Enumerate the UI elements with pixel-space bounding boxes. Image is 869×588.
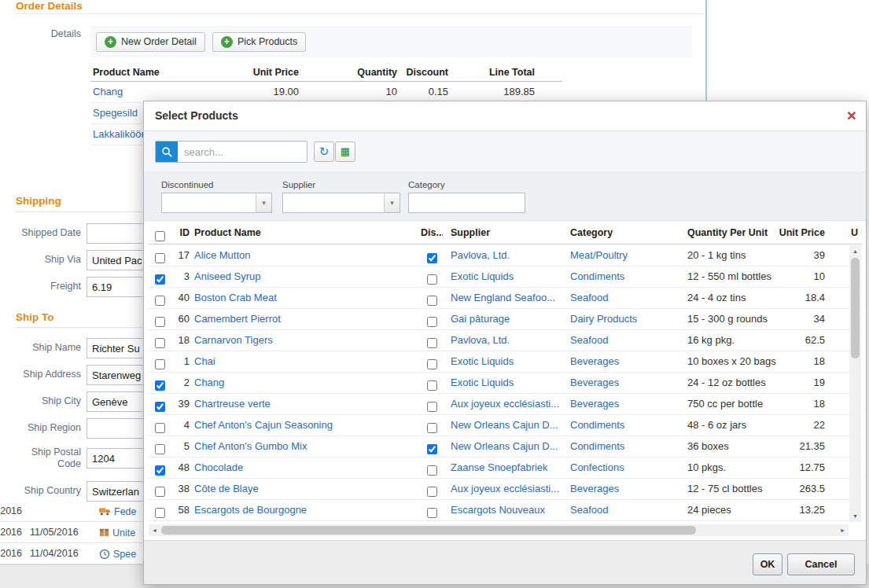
supplier-link[interactable]: Gai pâturage xyxy=(451,313,510,325)
product-name-link[interactable]: Chef Anton's Cajun Seasoning xyxy=(194,419,333,431)
row-select-checkbox[interactable] xyxy=(155,465,165,476)
row-select-checkbox[interactable] xyxy=(155,296,165,306)
discontinued-filter-dropdown[interactable]: ▾ xyxy=(161,193,272,213)
product-row[interactable]: 40 Boston Crab Meat New England Seafoo..… xyxy=(149,288,863,309)
product-name-link[interactable]: Chang xyxy=(194,377,224,388)
orders-grid-row[interactable]: 2016 11/05/2016 Unite xyxy=(0,522,143,543)
supplier-link[interactable]: Aux joyeux ecclésiasti... xyxy=(451,483,559,494)
search-input[interactable] xyxy=(178,141,307,162)
row-select-checkbox[interactable] xyxy=(155,423,165,433)
product-name-link[interactable]: Alice Mutton xyxy=(194,249,251,261)
row-select-checkbox[interactable] xyxy=(155,359,165,369)
column-picker-button[interactable]: ▦ xyxy=(335,141,355,162)
supplier-link[interactable]: Exotic Liquids xyxy=(451,377,514,388)
chevron-down-icon[interactable]: ▾ xyxy=(384,193,400,212)
col-product-name[interactable]: Product Name xyxy=(194,221,421,241)
category-link[interactable]: Seafood xyxy=(570,334,608,346)
category-link[interactable]: Beverages xyxy=(570,377,619,388)
order-detail-row[interactable]: Chang 19.00 10 0.15 189.85 xyxy=(90,82,562,103)
col-supplier[interactable]: Supplier xyxy=(451,221,567,241)
product-row[interactable]: 1 Chai Exotic Liquids Beverages 10 boxes… xyxy=(149,351,863,373)
col-unit-price[interactable]: Unit Price xyxy=(244,64,299,81)
supplier-link[interactable]: Pavlova, Ltd. xyxy=(451,249,510,261)
supplier-link[interactable]: New Orleans Cajun D... xyxy=(451,440,558,452)
row-select-checkbox[interactable] xyxy=(155,274,165,285)
supplier-link[interactable]: Escargots Nouveaux xyxy=(451,504,545,516)
supplier-link[interactable]: New Orleans Cajun D... xyxy=(451,419,558,431)
horizontal-scrollbar-thumb[interactable] xyxy=(161,526,696,535)
dialog-titlebar[interactable]: Select Products × xyxy=(144,101,866,131)
close-icon[interactable]: × xyxy=(847,105,856,127)
product-row[interactable]: 18 Carnarvon Tigers Pavlova, Ltd. Seafoo… xyxy=(149,330,863,351)
category-link[interactable]: Seafood xyxy=(570,292,608,303)
orders-grid-row[interactable]: 2016 11/04/2016 Spee xyxy=(0,543,143,564)
col-unit-price[interactable]: Unit Price xyxy=(762,221,825,241)
row-select-checkbox[interactable] xyxy=(155,402,165,412)
product-name-link[interactable]: Chef Anton's Gumbo Mix xyxy=(194,440,307,452)
detail-product-link[interactable]: Spegesild xyxy=(93,107,138,119)
supplier-link[interactable]: Zaanse Snoepfabriek xyxy=(451,461,548,473)
chevron-down-icon[interactable]: ▾ xyxy=(256,193,271,212)
category-link[interactable]: Beverages xyxy=(570,355,619,367)
product-name-link[interactable]: Chartreuse verte xyxy=(194,398,271,410)
col-product-name[interactable]: Product Name xyxy=(93,64,242,81)
supplier-link[interactable]: New England Seafoo... xyxy=(451,292,555,303)
orders-grid-row[interactable]: 2016 Fede xyxy=(0,501,143,522)
supplier-filter-dropdown[interactable]: ▾ xyxy=(282,193,400,213)
col-units[interactable]: U xyxy=(851,221,862,241)
product-row[interactable]: 48 Chocolade Zaanse Snoepfabriek Confect… xyxy=(149,458,863,479)
category-link[interactable]: Condiments xyxy=(570,440,624,452)
product-row[interactable]: 60 Camembert Pierrot Gai pâturage Dairy … xyxy=(149,309,863,330)
supplier-link[interactable]: Exotic Liquids xyxy=(451,355,514,367)
product-name-link[interactable]: Côte de Blaye xyxy=(194,483,259,494)
col-id[interactable]: ID xyxy=(171,221,190,241)
category-link[interactable]: Condiments xyxy=(570,270,624,282)
product-row[interactable]: 38 Côte de Blaye Aux joyeux ecclésiasti.… xyxy=(149,479,863,500)
vertical-scrollbar-thumb[interactable] xyxy=(851,258,860,358)
shipper-link[interactable]: Fede xyxy=(114,506,137,517)
product-row[interactable]: 5 Chef Anton's Gumbo Mix New Orleans Caj… xyxy=(149,436,863,458)
category-link[interactable]: Condiments xyxy=(570,419,624,431)
category-link[interactable]: Beverages xyxy=(570,483,619,494)
category-link[interactable]: Beverages xyxy=(570,398,619,410)
refresh-button[interactable]: ↻ xyxy=(314,141,334,162)
cancel-button[interactable]: Cancel xyxy=(787,553,855,575)
pick-products-button[interactable]: + Pick Products xyxy=(212,32,306,52)
scroll-right-icon[interactable]: ► xyxy=(837,524,849,536)
category-link[interactable]: Meat/Poultry xyxy=(570,249,628,261)
product-name-link[interactable]: Chocolade xyxy=(194,461,243,473)
product-row[interactable]: 3 Aniseed Syrup Exotic Liquids Condiment… xyxy=(149,266,863,288)
detail-product-link[interactable]: Lakkalikööri xyxy=(93,128,147,140)
product-row[interactable]: 39 Chartreuse verte Aux joyeux ecclésias… xyxy=(149,394,863,415)
product-name-link[interactable]: Escargots de Bourgogne xyxy=(194,504,307,516)
product-name-link[interactable]: Boston Crab Meat xyxy=(194,292,277,303)
category-link[interactable]: Confections xyxy=(570,461,624,473)
ok-button[interactable]: OK xyxy=(753,553,782,575)
category-link[interactable]: Dairy Products xyxy=(570,313,637,325)
supplier-link[interactable]: Exotic Liquids xyxy=(451,270,514,282)
row-select-checkbox[interactable] xyxy=(155,444,165,454)
product-row[interactable]: 58 Escargots de Bourgogne Escargots Nouv… xyxy=(149,500,863,521)
row-select-checkbox[interactable] xyxy=(155,380,165,391)
scroll-down-icon[interactable]: ▼ xyxy=(849,510,861,522)
scroll-up-icon[interactable]: ▲ xyxy=(849,245,861,257)
col-category[interactable]: Category xyxy=(570,221,685,241)
scroll-left-icon[interactable]: ◄ xyxy=(149,524,160,536)
row-select-checkbox[interactable] xyxy=(155,508,165,518)
row-select-checkbox[interactable] xyxy=(155,487,165,497)
product-name-link[interactable]: Camembert Pierrot xyxy=(194,313,281,325)
search-button[interactable] xyxy=(156,141,178,162)
product-name-link[interactable]: Chai xyxy=(194,355,215,367)
product-row[interactable]: 2 Chang Exotic Liquids Beverages 24 - 12… xyxy=(149,373,863,394)
product-row[interactable]: 4 Chef Anton's Cajun Seasoning New Orlea… xyxy=(149,415,863,436)
col-line-total[interactable]: Line Total xyxy=(452,64,535,81)
detail-product-link[interactable]: Chang xyxy=(93,86,123,97)
supplier-link[interactable]: Pavlova, Ltd. xyxy=(451,334,510,346)
category-filter-input[interactable] xyxy=(408,193,525,213)
vertical-scrollbar[interactable]: ▲ ▼ xyxy=(849,245,861,522)
product-row[interactable]: 17 Alice Mutton Pavlova, Ltd. Meat/Poult… xyxy=(149,245,863,266)
horizontal-scrollbar[interactable]: ◄ ► xyxy=(149,524,849,536)
product-name-link[interactable]: Carnarvon Tigers xyxy=(194,334,273,346)
shipper-link[interactable]: Spee xyxy=(113,549,136,560)
col-discount[interactable]: Discount xyxy=(401,64,448,81)
